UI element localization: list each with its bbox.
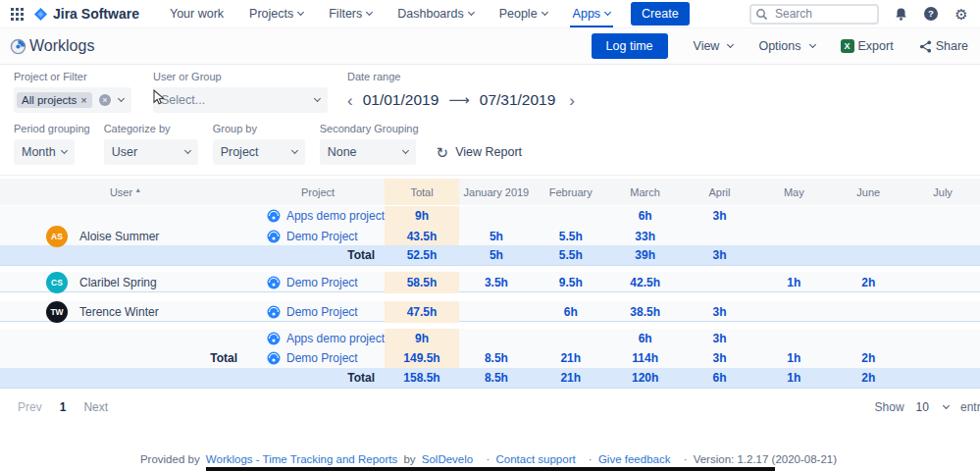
month-cell[interactable]: 3h — [683, 332, 757, 345]
project-link[interactable]: Demo Project — [286, 351, 358, 365]
total-cell[interactable]: 43.5h — [385, 226, 459, 247]
nav-item-people[interactable]: People — [487, 0, 560, 27]
month-cell[interactable]: 3.5h — [459, 276, 534, 289]
month-cell[interactable]: 6h — [683, 371, 757, 385]
total-cell[interactable]: 9h — [385, 329, 459, 348]
settings-gear-icon[interactable]: ⚙ — [953, 5, 970, 23]
date-end[interactable]: 07/31/2019 — [480, 91, 556, 109]
total-cell[interactable]: 58.5h — [385, 272, 459, 293]
notifications-icon[interactable] — [892, 5, 909, 23]
month-cell[interactable]: 120h — [608, 371, 683, 385]
avatar[interactable]: CS — [46, 272, 68, 293]
nav-item-dashboards[interactable]: Dashboards — [385, 0, 486, 27]
date-start[interactable]: 01/01/2019 — [363, 91, 439, 109]
total-cell[interactable]: 149.5h — [385, 348, 459, 368]
nav-item-filters[interactable]: Filters — [316, 0, 385, 27]
month-cell[interactable]: 33h — [608, 230, 683, 243]
next-period-icon[interactable]: › — [569, 92, 575, 109]
month-cell[interactable]: 39h — [608, 248, 683, 262]
user-group-select[interactable]: Select... — [153, 87, 328, 113]
page-number[interactable]: 1 — [60, 400, 67, 414]
create-button[interactable]: Create — [631, 2, 690, 26]
month-cell[interactable]: 3h — [683, 351, 757, 365]
col-header-may[interactable]: May — [756, 186, 831, 198]
previous-period-icon[interactable]: ‹ — [347, 92, 353, 109]
month-cell[interactable]: 9.5h — [534, 276, 608, 289]
total-cell[interactable]: 52.5h — [385, 245, 459, 265]
col-header-april[interactable]: April — [683, 186, 757, 198]
col-header-total[interactable]: Total — [385, 179, 459, 205]
secondary-grouping-select[interactable]: None — [320, 139, 416, 165]
user-name: Claribel Spring — [79, 276, 157, 289]
col-header-project[interactable]: Project — [251, 186, 385, 198]
month-cell[interactable]: 3h — [683, 248, 757, 262]
clear-filter-icon[interactable]: × — [99, 94, 111, 106]
nav-item-projects[interactable]: Projects — [236, 0, 316, 27]
month-cell[interactable]: 3h — [683, 305, 757, 319]
prev-page-button[interactable]: Prev — [18, 400, 42, 414]
soldevelo-link[interactable]: SolDevelo — [422, 453, 473, 465]
month-cell[interactable]: 5.5h — [534, 248, 608, 262]
worklogs-app-link[interactable]: Worklogs - Time Tracking and Reports — [206, 453, 397, 465]
month-cell[interactable]: 21h — [534, 351, 608, 365]
next-page-button[interactable]: Next — [83, 400, 108, 414]
month-cell[interactable]: 42.5h — [608, 276, 683, 289]
project-link[interactable]: Demo Project — [286, 276, 358, 289]
log-time-button[interactable]: Log time — [592, 33, 668, 59]
project-link[interactable]: Apps demo project — [286, 332, 385, 345]
month-cell[interactable]: 2h — [831, 371, 905, 385]
app-switcher-icon[interactable] — [8, 5, 26, 23]
total-cell[interactable]: 9h — [385, 206, 459, 226]
month-cell[interactable]: 3h — [683, 209, 757, 223]
month-cell[interactable]: 2h — [831, 276, 905, 289]
contact-support-link[interactable]: Contact support — [495, 453, 575, 465]
month-cell[interactable]: 1h — [756, 276, 831, 289]
view-dropdown[interactable]: View — [694, 39, 734, 53]
page-size-select[interactable]: 10 — [916, 400, 949, 414]
col-header-january[interactable]: January 2019 — [459, 186, 534, 198]
nav-item-apps[interactable]: Apps — [560, 0, 624, 27]
total-cell[interactable]: 47.5h — [385, 301, 459, 323]
options-dropdown[interactable]: Options — [758, 39, 814, 53]
month-cell[interactable]: 5h — [459, 248, 534, 262]
total-cell[interactable]: 158.5h — [385, 368, 459, 388]
col-header-march[interactable]: March — [608, 186, 683, 198]
month-cell[interactable]: 8.5h — [459, 371, 534, 385]
month-cell[interactable]: 38.5h — [608, 305, 683, 319]
group-by-select[interactable]: Project — [213, 139, 305, 165]
project-link[interactable]: Apps demo project — [286, 209, 385, 223]
period-grouping-select[interactable]: Month — [14, 139, 75, 165]
month-cell[interactable]: 21h — [534, 371, 608, 385]
month-cell[interactable]: 1h — [756, 371, 831, 385]
chevron-down-icon — [314, 95, 321, 102]
project-filter-select[interactable]: All projects× × — [14, 87, 131, 113]
help-icon[interactable]: ? — [922, 5, 940, 23]
col-header-june[interactable]: June — [831, 186, 905, 198]
project-link[interactable]: Demo Project — [286, 305, 358, 319]
nav-item-your-work[interactable]: Your work — [157, 0, 236, 27]
col-header-user[interactable]: User▲ — [0, 186, 251, 198]
month-cell[interactable]: 5.5h — [534, 230, 608, 243]
share-button[interactable]: Share — [919, 39, 968, 53]
month-cell[interactable]: 114h — [608, 351, 683, 365]
month-cell[interactable]: 6h — [534, 305, 608, 319]
month-cell[interactable]: 2h — [831, 351, 905, 365]
month-cell[interactable]: 1h — [756, 351, 831, 365]
search-input[interactable] — [749, 4, 879, 25]
remove-tag-icon[interactable]: × — [80, 94, 86, 106]
all-projects-tag[interactable]: All projects× — [17, 92, 92, 108]
month-cell[interactable]: 8.5h — [459, 351, 534, 365]
col-header-february[interactable]: February — [534, 186, 608, 198]
jira-logo[interactable]: Jira Software — [33, 6, 139, 22]
month-cell[interactable]: 6h — [608, 332, 683, 345]
view-report-button[interactable]: ↻ View Report — [437, 139, 522, 165]
categorize-by-select[interactable]: User — [104, 139, 198, 165]
month-cell[interactable]: 5h — [459, 230, 534, 243]
month-cell[interactable]: 6h — [608, 209, 683, 223]
avatar[interactable]: TW — [46, 301, 68, 323]
avatar[interactable]: AS — [46, 226, 68, 247]
give-feedback-link[interactable]: Give feedback — [598, 453, 671, 465]
export-button[interactable]: XExport — [841, 39, 894, 53]
col-header-july[interactable]: July — [905, 186, 980, 198]
project-link[interactable]: Demo Project — [286, 230, 358, 243]
